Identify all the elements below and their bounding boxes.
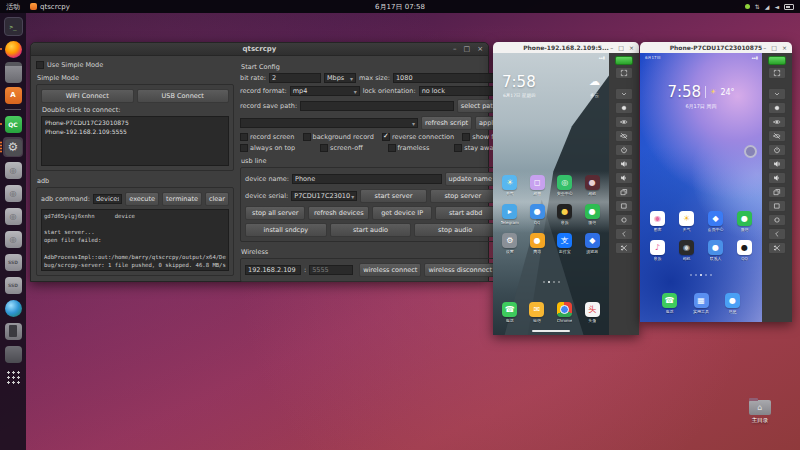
weather-app-icon[interactable]: ☀ [502, 175, 517, 190]
device-serial-select[interactable]: P7CDU17C23010 [291, 191, 357, 201]
dock-item-files[interactable] [3, 62, 23, 82]
refresh-devices-button[interactable]: refresh devices [308, 206, 368, 220]
checkbox-box[interactable] [240, 133, 248, 141]
app-contacts[interactable]: ●联系人 [701, 240, 730, 261]
app-member-center[interactable]: ◆会员中心 [701, 211, 730, 232]
maximize-button[interactable]: □ [464, 45, 471, 53]
dock-item-ssd-1[interactable]: SSD [3, 252, 23, 272]
refresh-script-button[interactable]: refresh script [421, 116, 472, 130]
wireless-port-input[interactable] [309, 265, 353, 275]
app-alipay[interactable]: 支支付宝 [551, 233, 579, 254]
screen-off-button[interactable] [615, 130, 633, 142]
activities-button[interactable]: 活动 [6, 2, 20, 12]
checkbox-frameless[interactable]: frameless [388, 144, 430, 152]
stop-audio-button[interactable]: stop audio [414, 223, 496, 237]
checkbox-box[interactable] [240, 144, 248, 152]
dock-item-ssd-2[interactable]: SSD [3, 275, 23, 295]
use-simple-mode-checkbox[interactable] [36, 61, 44, 69]
app-browser-blue[interactable]: ◆浏览器 [579, 233, 607, 254]
device-name-input[interactable] [292, 174, 442, 184]
record-format-select[interactable]: mp4 [290, 86, 360, 96]
main-window-titlebar[interactable]: qtscrcpy – □ × [31, 43, 488, 56]
stop-all-server-button[interactable]: stop all server [245, 206, 305, 220]
gallery-app-icon[interactable]: ◻ [530, 175, 545, 190]
phone2-titlebar[interactable]: Phone-P7CDU17C23010875 – □ × [640, 42, 792, 53]
app-switch-button[interactable] [615, 186, 633, 198]
app-utilities-folder[interactable]: ▦实用工具 [693, 293, 709, 314]
dock-item-software[interactable]: A [3, 85, 23, 105]
messaging-app-icon[interactable]: ● [725, 293, 740, 308]
dock-item-terminal[interactable]: >_ [3, 16, 23, 36]
checkbox-box[interactable] [382, 133, 390, 141]
phone-app-icon[interactable]: ☎ [502, 302, 517, 317]
chrome-app-icon[interactable] [557, 302, 572, 317]
device-list-item[interactable]: Phone-P7CDU17C23010875 [43, 118, 227, 127]
checkbox-box[interactable] [462, 133, 470, 141]
dock-item-globe[interactable] [3, 298, 23, 318]
app-phone[interactable]: ☎电话 [502, 302, 517, 323]
expand-notify-button[interactable] [615, 88, 633, 100]
dock-item-disk-1[interactable]: ◎ [3, 160, 23, 180]
app-weather[interactable]: ☀天气 [672, 211, 701, 232]
screenshot-button[interactable] [615, 242, 633, 254]
qq-browser-app-icon[interactable]: ● [530, 204, 545, 219]
home-button[interactable] [615, 214, 633, 226]
menu-button[interactable] [615, 200, 633, 212]
clear-button[interactable]: clear [205, 192, 229, 206]
phone1-minimize-button[interactable]: – [610, 44, 613, 51]
execute-button[interactable]: execute [125, 192, 159, 206]
get-device-ip-button[interactable]: get device IP [372, 206, 432, 220]
settings-app-icon[interactable]: ⚙ [502, 233, 517, 248]
app-security[interactable]: ◎安全中心 [551, 175, 579, 196]
checkbox-box[interactable] [303, 133, 311, 141]
adb-output-console[interactable]: gd7d65ylgj6xnhn device start server... o… [41, 209, 229, 271]
toutiao-app-icon[interactable]: 头 [585, 302, 600, 317]
app-toutiao[interactable]: 头头条 [585, 302, 600, 323]
music-app-icon[interactable]: ♪ [650, 240, 665, 255]
max-size-select[interactable]: 1080 [393, 73, 501, 83]
bit-rate-unit-select[interactable]: Mbps [324, 73, 356, 83]
menu-button[interactable] [768, 200, 786, 212]
wechat-app-icon[interactable]: ● [585, 204, 600, 219]
start-audio-button[interactable]: start audio [330, 223, 412, 237]
checkbox-screen-off[interactable]: screen-off [320, 144, 363, 152]
dock-item-disk-3[interactable]: ◎ [3, 206, 23, 226]
app-qq-browser[interactable]: ●QQ [524, 204, 552, 225]
qq-app-icon[interactable]: ● [737, 240, 752, 255]
device-list[interactable]: Phone-P7CDU17C23010875Phone-192.168.2.10… [41, 116, 229, 166]
home-button[interactable] [768, 214, 786, 226]
app-wechat[interactable]: ●微信 [579, 204, 607, 225]
phone2-minimize-button[interactable]: – [763, 44, 766, 51]
screen-on-button[interactable] [615, 116, 633, 128]
app-camera[interactable]: ●相机 [579, 175, 607, 196]
dock-item-drive[interactable] [3, 344, 23, 364]
dock-item-phone-device[interactable] [3, 321, 23, 341]
phone1-close-button[interactable]: × [629, 44, 634, 51]
volume-down-button[interactable] [768, 172, 786, 184]
app-telegram[interactable]: ▸Telegram [496, 204, 524, 225]
fullscreen-button[interactable] [768, 67, 786, 79]
assistive-ball[interactable] [744, 145, 757, 158]
power-button[interactable] [615, 144, 633, 156]
app-store-app-icon[interactable]: ● [530, 233, 545, 248]
volume-up-button[interactable] [615, 158, 633, 170]
update-name-button[interactable]: update name [445, 172, 496, 186]
record-save-path-input[interactable] [300, 101, 454, 111]
fullscreen-button[interactable] [615, 67, 633, 79]
app-qq[interactable]: ●QQ [730, 240, 759, 261]
app-weather[interactable]: ☀天气 [496, 175, 524, 196]
phone1-home-indicator[interactable] [532, 330, 570, 332]
app-phone[interactable]: ☎电话 [662, 293, 677, 314]
phone-app-icon[interactable]: ☎ [662, 293, 677, 308]
wifi-connect-button[interactable]: WIFI Connect [41, 89, 134, 103]
back-button[interactable] [615, 228, 633, 240]
volume-up-button[interactable] [768, 158, 786, 170]
app-settings[interactable]: ⚙设置 [496, 233, 524, 254]
bit-rate-input[interactable] [269, 73, 321, 83]
security-app-icon[interactable]: ◎ [557, 175, 572, 190]
adb-command-input[interactable] [93, 194, 122, 204]
checkbox-box[interactable] [454, 144, 462, 152]
checkbox-box[interactable] [320, 144, 328, 152]
volume-down-button[interactable] [615, 172, 633, 184]
phone1-maximize-button[interactable]: □ [618, 44, 624, 51]
